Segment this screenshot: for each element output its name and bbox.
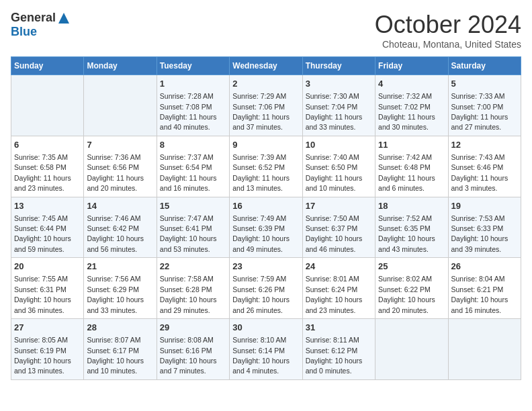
calendar-cell: 8Sunrise: 7:37 AMSunset: 6:54 PMDaylight… [157, 136, 229, 197]
month-title: October 2024 [375, 11, 521, 39]
calendar-cell [84, 75, 157, 136]
day-number: 29 [160, 322, 226, 334]
day-number: 20 [14, 261, 81, 273]
calendar-table: SundayMondayTuesdayWednesdayThursdayFrid… [11, 56, 521, 380]
header-day-monday: Monday [84, 57, 157, 75]
week-row-5: 27Sunrise: 8:05 AMSunset: 6:19 PMDayligh… [11, 319, 521, 380]
calendar-cell: 16Sunrise: 7:49 AMSunset: 6:39 PMDayligh… [230, 197, 302, 258]
day-number: 26 [451, 261, 518, 273]
day-number: 10 [306, 139, 372, 151]
day-info: Sunrise: 7:36 AMSunset: 6:56 PMDaylight:… [87, 153, 144, 192]
calendar-cell: 3Sunrise: 7:30 AMSunset: 7:04 PMDaylight… [302, 75, 375, 136]
day-number: 15 [160, 200, 226, 212]
calendar-header: SundayMondayTuesdayWednesdayThursdayFrid… [11, 57, 521, 75]
logo-icon [57, 11, 71, 25]
calendar-cell: 4Sunrise: 7:32 AMSunset: 7:02 PMDaylight… [375, 75, 448, 136]
calendar-cell: 23Sunrise: 7:59 AMSunset: 6:26 PMDayligh… [230, 258, 302, 319]
day-info: Sunrise: 7:42 AMSunset: 6:48 PMDaylight:… [378, 153, 435, 192]
day-number: 24 [306, 261, 372, 273]
day-info: Sunrise: 7:49 AMSunset: 6:39 PMDaylight:… [232, 214, 290, 253]
day-info: Sunrise: 7:47 AMSunset: 6:41 PMDaylight:… [160, 214, 217, 253]
title-block: October 2024 Choteau, Montana, United St… [375, 11, 521, 50]
calendar-cell: 21Sunrise: 7:56 AMSunset: 6:29 PMDayligh… [84, 258, 157, 319]
calendar-cell [11, 75, 84, 136]
day-number: 22 [160, 261, 226, 273]
day-info: Sunrise: 7:35 AMSunset: 6:58 PMDaylight:… [14, 153, 71, 192]
week-row-4: 20Sunrise: 7:55 AMSunset: 6:31 PMDayligh… [11, 258, 521, 319]
calendar-cell: 14Sunrise: 7:46 AMSunset: 6:42 PMDayligh… [84, 197, 157, 258]
day-number: 28 [87, 322, 153, 334]
calendar-cell: 12Sunrise: 7:43 AMSunset: 6:46 PMDayligh… [448, 136, 521, 197]
day-number: 23 [232, 261, 299, 273]
calendar-cell: 10Sunrise: 7:40 AMSunset: 6:50 PMDayligh… [302, 136, 375, 197]
calendar-cell: 7Sunrise: 7:36 AMSunset: 6:56 PMDaylight… [84, 136, 157, 197]
calendar-cell: 13Sunrise: 7:45 AMSunset: 6:44 PMDayligh… [11, 197, 84, 258]
location: Choteau, Montana, United States [375, 39, 521, 50]
calendar-cell: 24Sunrise: 8:01 AMSunset: 6:24 PMDayligh… [302, 258, 375, 319]
header-day-saturday: Saturday [448, 57, 521, 75]
day-info: Sunrise: 7:53 AMSunset: 6:33 PMDaylight:… [451, 214, 508, 253]
calendar-body: 1Sunrise: 7:28 AMSunset: 7:08 PMDaylight… [11, 75, 521, 380]
day-number: 1 [160, 78, 226, 90]
day-number: 19 [451, 200, 518, 212]
day-info: Sunrise: 7:56 AMSunset: 6:29 PMDaylight:… [87, 275, 144, 314]
calendar-cell: 20Sunrise: 7:55 AMSunset: 6:31 PMDayligh… [11, 258, 84, 319]
day-info: Sunrise: 8:02 AMSunset: 6:22 PMDaylight:… [378, 275, 435, 314]
calendar-cell: 29Sunrise: 8:08 AMSunset: 6:16 PMDayligh… [157, 319, 229, 380]
week-row-3: 13Sunrise: 7:45 AMSunset: 6:44 PMDayligh… [11, 197, 521, 258]
page-header: General Blue October 2024 Choteau, Monta… [11, 11, 521, 50]
day-number: 27 [14, 322, 81, 334]
day-info: Sunrise: 7:28 AMSunset: 7:08 PMDaylight:… [160, 92, 217, 131]
calendar-cell [375, 319, 448, 380]
header-day-friday: Friday [375, 57, 448, 75]
calendar-cell: 15Sunrise: 7:47 AMSunset: 6:41 PMDayligh… [157, 197, 229, 258]
header-row: SundayMondayTuesdayWednesdayThursdayFrid… [11, 57, 521, 75]
day-info: Sunrise: 7:29 AMSunset: 7:06 PMDaylight:… [232, 92, 290, 131]
svg-marker-0 [58, 13, 69, 24]
calendar-cell: 2Sunrise: 7:29 AMSunset: 7:06 PMDaylight… [230, 75, 302, 136]
day-number: 3 [306, 78, 372, 90]
day-info: Sunrise: 7:55 AMSunset: 6:31 PMDaylight:… [14, 275, 71, 314]
day-info: Sunrise: 7:50 AMSunset: 6:37 PMDaylight:… [306, 214, 363, 253]
calendar-cell: 26Sunrise: 8:04 AMSunset: 6:21 PMDayligh… [448, 258, 521, 319]
calendar-cell: 25Sunrise: 8:02 AMSunset: 6:22 PMDayligh… [375, 258, 448, 319]
logo: General Blue [11, 11, 71, 39]
day-number: 7 [87, 139, 153, 151]
day-info: Sunrise: 7:58 AMSunset: 6:28 PMDaylight:… [160, 275, 217, 314]
day-info: Sunrise: 7:45 AMSunset: 6:44 PMDaylight:… [14, 214, 71, 253]
calendar-cell: 5Sunrise: 7:33 AMSunset: 7:00 PMDaylight… [448, 75, 521, 136]
calendar-cell: 11Sunrise: 7:42 AMSunset: 6:48 PMDayligh… [375, 136, 448, 197]
header-day-thursday: Thursday [302, 57, 375, 75]
calendar-cell: 19Sunrise: 7:53 AMSunset: 6:33 PMDayligh… [448, 197, 521, 258]
day-info: Sunrise: 8:04 AMSunset: 6:21 PMDaylight:… [451, 275, 508, 314]
calendar-cell: 1Sunrise: 7:28 AMSunset: 7:08 PMDaylight… [157, 75, 229, 136]
day-number: 17 [306, 200, 372, 212]
calendar-cell: 9Sunrise: 7:39 AMSunset: 6:52 PMDaylight… [230, 136, 302, 197]
day-info: Sunrise: 7:33 AMSunset: 7:00 PMDaylight:… [451, 92, 508, 131]
calendar-cell: 31Sunrise: 8:11 AMSunset: 6:12 PMDayligh… [302, 319, 375, 380]
day-number: 16 [232, 200, 299, 212]
day-info: Sunrise: 8:05 AMSunset: 6:19 PMDaylight:… [14, 336, 71, 375]
week-row-1: 1Sunrise: 7:28 AMSunset: 7:08 PMDaylight… [11, 75, 521, 136]
day-number: 12 [451, 139, 518, 151]
header-day-tuesday: Tuesday [157, 57, 229, 75]
day-number: 31 [306, 322, 372, 334]
day-number: 11 [378, 139, 445, 151]
day-number: 14 [87, 200, 153, 212]
day-info: Sunrise: 7:30 AMSunset: 7:04 PMDaylight:… [306, 92, 363, 131]
day-info: Sunrise: 7:40 AMSunset: 6:50 PMDaylight:… [306, 153, 363, 192]
day-number: 6 [14, 139, 81, 151]
calendar-cell: 30Sunrise: 8:10 AMSunset: 6:14 PMDayligh… [230, 319, 302, 380]
calendar-cell: 27Sunrise: 8:05 AMSunset: 6:19 PMDayligh… [11, 319, 84, 380]
day-info: Sunrise: 7:43 AMSunset: 6:46 PMDaylight:… [451, 153, 508, 192]
day-info: Sunrise: 7:32 AMSunset: 7:02 PMDaylight:… [378, 92, 435, 131]
calendar-cell: 6Sunrise: 7:35 AMSunset: 6:58 PMDaylight… [11, 136, 84, 197]
header-day-sunday: Sunday [11, 57, 84, 75]
day-info: Sunrise: 7:46 AMSunset: 6:42 PMDaylight:… [87, 214, 144, 253]
day-number: 5 [451, 78, 518, 90]
week-row-2: 6Sunrise: 7:35 AMSunset: 6:58 PMDaylight… [11, 136, 521, 197]
day-number: 2 [232, 78, 299, 90]
day-info: Sunrise: 7:39 AMSunset: 6:52 PMDaylight:… [232, 153, 290, 192]
day-info: Sunrise: 7:37 AMSunset: 6:54 PMDaylight:… [160, 153, 217, 192]
day-number: 30 [232, 322, 299, 334]
